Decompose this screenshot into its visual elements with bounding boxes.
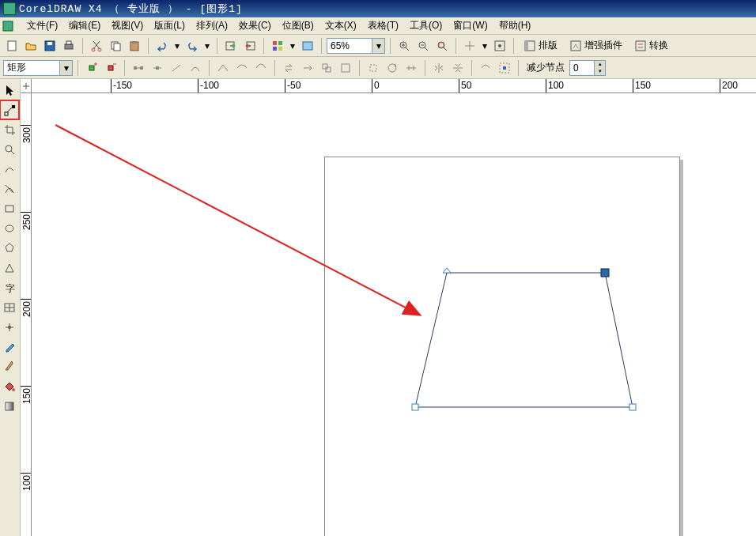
open-button[interactable]: [22, 37, 40, 55]
svg-point-49: [12, 388, 15, 391]
polygon-tool[interactable]: [0, 239, 19, 258]
snap-button[interactable]: [461, 37, 478, 55]
save-button[interactable]: [41, 37, 59, 55]
menu-help[interactable]: 帮助(H): [494, 17, 536, 34]
fill-tool[interactable]: [0, 377, 19, 396]
elastic-mode-button[interactable]: [477, 59, 494, 77]
rotate-nodes-button[interactable]: [384, 59, 401, 77]
svg-point-48: [8, 326, 11, 329]
paste-button[interactable]: [126, 37, 143, 55]
svg-rect-35: [326, 67, 331, 72]
options-button[interactable]: [491, 37, 508, 55]
menu-bitmap[interactable]: 位图(B): [278, 17, 319, 34]
to-line-button[interactable]: [168, 59, 185, 77]
export-button[interactable]: [241, 37, 259, 55]
redo-button[interactable]: [183, 37, 201, 55]
drawn-shape[interactable]: [32, 93, 756, 536]
cusp-node-button[interactable]: [214, 59, 232, 77]
basic-shapes-tool[interactable]: [0, 259, 19, 277]
svg-rect-11: [132, 41, 137, 43]
ruler-origin[interactable]: [21, 79, 32, 93]
smooth-node-button[interactable]: [233, 59, 251, 77]
svg-rect-52: [601, 269, 609, 277]
svg-rect-29: [89, 66, 94, 70]
zoom-in-icon[interactable]: [395, 37, 413, 55]
shape-tool[interactable]: [0, 100, 19, 119]
new-button[interactable]: [3, 37, 21, 55]
break-node-button[interactable]: [149, 59, 166, 77]
canvas[interactable]: [32, 93, 756, 536]
close-curve-button[interactable]: [337, 59, 354, 77]
reflect-v-button[interactable]: [449, 59, 467, 77]
reflect-h-button[interactable]: [430, 59, 448, 77]
app-launcher-button[interactable]: [269, 37, 286, 55]
zoom-dropdown-arrow[interactable]: ▾: [372, 39, 384, 53]
zoom-input[interactable]: [327, 39, 372, 53]
app-launcher-dropdown[interactable]: ▾: [288, 38, 297, 54]
undo-dropdown[interactable]: ▾: [172, 38, 182, 54]
vertical-ruler[interactable]: 300 250 200 150 100: [21, 93, 32, 536]
menu-window[interactable]: 窗口(W): [448, 17, 492, 34]
table-tool[interactable]: [0, 298, 19, 317]
symmetric-node-button[interactable]: [252, 59, 270, 77]
zoom-tool[interactable]: [0, 140, 19, 159]
panel-convert-button[interactable]: 转换: [629, 37, 674, 55]
outline-tool[interactable]: [0, 357, 19, 376]
eyedropper-tool[interactable]: [0, 338, 19, 357]
menu-text[interactable]: 文本(X): [320, 17, 361, 34]
node-count-input[interactable]: [570, 62, 594, 74]
print-button[interactable]: [60, 37, 77, 55]
ellipse-tool[interactable]: [0, 219, 19, 238]
spin-up[interactable]: ▴: [595, 61, 605, 68]
align-nodes-button[interactable]: [403, 59, 420, 77]
welcome-button[interactable]: [299, 37, 316, 55]
menu-table[interactable]: 表格(T): [363, 17, 403, 34]
delete-node-button[interactable]: [102, 59, 119, 77]
pick-tool[interactable]: [0, 81, 19, 100]
svg-rect-36: [342, 64, 350, 72]
stretch-nodes-button[interactable]: [365, 59, 382, 77]
rectangle-tool[interactable]: [0, 199, 19, 218]
svg-rect-16: [273, 47, 277, 51]
menu-edit[interactable]: 编辑(E): [64, 17, 105, 34]
zoom-out-icon[interactable]: [414, 37, 432, 55]
undo-button[interactable]: [153, 37, 171, 55]
extend-curve-button[interactable]: [299, 59, 316, 77]
freehand-tool[interactable]: [0, 160, 19, 179]
menu-layout[interactable]: 版面(L): [149, 17, 190, 34]
join-nodes-button[interactable]: [130, 59, 147, 77]
shape-type-combo[interactable]: ▾: [3, 60, 73, 76]
menu-arrange[interactable]: 排列(A): [191, 17, 232, 34]
extract-subpath-button[interactable]: [318, 59, 335, 77]
panel-enhance-button[interactable]: 增强插件: [565, 37, 628, 55]
shape-type-input[interactable]: [4, 61, 59, 75]
reverse-direction-button[interactable]: [280, 59, 297, 77]
node-count-spinner[interactable]: ▴▾: [569, 60, 606, 76]
import-button[interactable]: [222, 37, 240, 55]
horizontal-ruler[interactable]: -150 -100 -50 0 50 100 150 200: [32, 79, 756, 93]
menu-effects[interactable]: 效果(C): [234, 17, 276, 34]
menu-view[interactable]: 视图(V): [107, 17, 148, 34]
redo-dropdown[interactable]: ▾: [202, 38, 212, 54]
add-node-button[interactable]: [83, 59, 100, 77]
menu-file[interactable]: 文件(F): [22, 17, 62, 34]
zoom-combo[interactable]: ▾: [327, 38, 385, 54]
zoom-fit-icon[interactable]: [433, 37, 451, 55]
svg-rect-26: [525, 41, 528, 51]
shape-type-arrow[interactable]: ▾: [59, 61, 72, 75]
svg-rect-5: [66, 41, 71, 44]
smart-draw-tool[interactable]: [0, 179, 19, 198]
interactive-fill-tool[interactable]: [0, 397, 19, 416]
select-all-nodes-button[interactable]: [496, 59, 513, 77]
cut-button[interactable]: [88, 37, 105, 55]
crop-tool[interactable]: [0, 120, 19, 139]
panel-layout-button[interactable]: 排版: [519, 37, 563, 55]
copy-button[interactable]: [107, 37, 124, 55]
interactive-tool[interactable]: [0, 318, 19, 337]
menu-tools[interactable]: 工具(O): [405, 17, 447, 34]
svg-rect-30: [108, 66, 113, 70]
text-tool[interactable]: 字: [0, 278, 19, 297]
spin-down[interactable]: ▾: [595, 68, 605, 75]
to-curve-button[interactable]: [187, 59, 204, 77]
snap-dropdown[interactable]: ▾: [480, 38, 490, 54]
